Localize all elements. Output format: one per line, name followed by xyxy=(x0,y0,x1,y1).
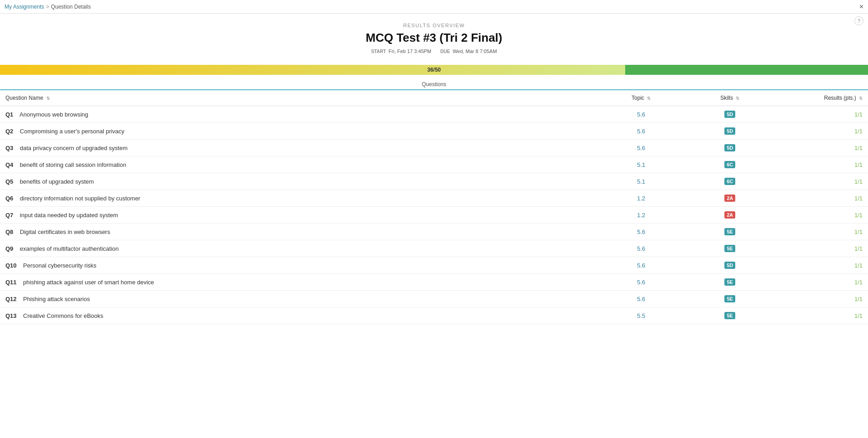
results-overview-label: RESULTS OVERVIEW xyxy=(0,23,868,28)
question-number: Q9 xyxy=(5,245,13,252)
question-topic: 5.6 xyxy=(592,257,690,274)
progress-score-label: 36/50 xyxy=(427,67,441,73)
question-topic: 5.6 xyxy=(592,224,690,240)
table-row[interactable]: Q7 input data needed by updated system 1… xyxy=(0,207,868,224)
col-header-skills[interactable]: Skills ⇅ xyxy=(690,90,769,106)
questions-section-header: Questions xyxy=(0,78,868,90)
skill-badge: 5E xyxy=(724,245,735,252)
table-row[interactable]: Q1 Anonymous web browsing 5.6 5D 1/1 xyxy=(0,106,868,123)
question-result: 1/1 xyxy=(769,257,868,274)
question-skill: 2A xyxy=(690,207,769,224)
skill-badge: 2A xyxy=(724,195,735,202)
question-number: Q12 xyxy=(5,296,17,302)
top-bar: My Assignments > Question Details × xyxy=(0,0,868,14)
table-row[interactable]: Q10 Personal cybersecurity risks 5.6 5D … xyxy=(0,257,868,274)
question-number: Q7 xyxy=(5,212,13,219)
question-result: 1/1 xyxy=(769,207,868,224)
question-skill: 2A xyxy=(690,190,769,207)
col-header-question-name[interactable]: Question Name ⇅ xyxy=(0,90,592,106)
question-name: phishing attack against user of smart ho… xyxy=(23,279,154,286)
table-row[interactable]: Q8 Digital certificates in web browsers … xyxy=(0,224,868,240)
question-skill: 5D xyxy=(690,257,769,274)
question-number: Q11 xyxy=(5,279,17,286)
table-row[interactable]: Q6 directory information not supplied by… xyxy=(0,190,868,207)
skill-badge: 2A xyxy=(724,211,735,219)
question-result: 1/1 xyxy=(769,173,868,190)
table-header-row: Question Name ⇅ Topic ⇅ Skills ⇅ Results… xyxy=(0,90,868,106)
sort-skills-icon: ⇅ xyxy=(736,96,739,101)
help-button[interactable]: ? xyxy=(854,16,863,25)
table-row[interactable]: Q11 phishing attack against user of smar… xyxy=(0,274,868,291)
question-result: 1/1 xyxy=(769,307,868,324)
question-skill: 5E xyxy=(690,240,769,257)
question-name: input data needed by updated system xyxy=(20,212,118,219)
question-result: 1/1 xyxy=(769,190,868,207)
skill-badge: 5D xyxy=(724,144,735,151)
skill-badge: 5E xyxy=(724,278,735,286)
col-header-topic[interactable]: Topic ⇅ xyxy=(592,90,690,106)
question-name: Creative Commons for eBooks xyxy=(23,312,103,319)
skill-badge: 5D xyxy=(724,127,735,135)
question-name: benefits of upgraded system xyxy=(20,178,94,185)
question-result: 1/1 xyxy=(769,291,868,307)
question-skill: 5D xyxy=(690,123,769,140)
question-skill: 5E xyxy=(690,274,769,291)
question-result: 1/1 xyxy=(769,156,868,173)
question-number: Q4 xyxy=(5,161,13,168)
question-name: benefit of storing call session informat… xyxy=(20,161,126,168)
table-row[interactable]: Q2 Compromising a user's personal privac… xyxy=(0,123,868,140)
question-number: Q3 xyxy=(5,145,13,151)
table-row[interactable]: Q9 examples of multifactor authenticatio… xyxy=(0,240,868,257)
question-name: Anonymous web browsing xyxy=(19,111,88,118)
table-row[interactable]: Q12 Phishing attack scenarios 5.6 5E 1/1 xyxy=(0,291,868,307)
question-skill: 5D xyxy=(690,106,769,123)
question-result: 1/1 xyxy=(769,224,868,240)
progress-right-segment xyxy=(625,65,868,75)
question-skill: 6C xyxy=(690,156,769,173)
table-row[interactable]: Q5 benefits of upgraded system 5.1 6C 1/… xyxy=(0,173,868,190)
question-topic: 5.1 xyxy=(592,156,690,173)
question-result: 1/1 xyxy=(769,106,868,123)
question-name: examples of multifactor authentication xyxy=(20,245,119,252)
question-name: directory information not supplied by cu… xyxy=(20,195,140,202)
questions-table: Question Name ⇅ Topic ⇅ Skills ⇅ Results… xyxy=(0,90,868,324)
question-result: 1/1 xyxy=(769,140,868,156)
question-number: Q1 xyxy=(5,111,13,118)
table-row[interactable]: Q3 data privacy concern of upgraded syst… xyxy=(0,140,868,156)
question-name: Compromising a user's personal privacy xyxy=(20,128,125,135)
close-button[interactable]: × xyxy=(859,3,863,10)
question-skill: 5E xyxy=(690,224,769,240)
question-name: Phishing attack scenarios xyxy=(23,296,90,302)
question-topic: 5.1 xyxy=(592,173,690,190)
question-skill: 5D xyxy=(690,140,769,156)
question-topic: 5.5 xyxy=(592,307,690,324)
question-name: Personal cybersecurity risks xyxy=(23,262,96,269)
table-row[interactable]: Q4 benefit of storing call session infor… xyxy=(0,156,868,173)
progress-bar: 36/50 xyxy=(0,65,868,75)
question-skill: 6C xyxy=(690,173,769,190)
question-number: Q10 xyxy=(5,262,17,269)
question-skill: 5E xyxy=(690,307,769,324)
sort-question-name-icon: ⇅ xyxy=(46,96,50,101)
question-skill: 5E xyxy=(690,291,769,307)
question-number: Q8 xyxy=(5,229,13,235)
skill-badge: 6C xyxy=(724,178,735,185)
results-header: RESULTS OVERVIEW MCQ Test #3 (Tri 2 Fina… xyxy=(0,14,868,58)
progress-left-segment xyxy=(0,65,625,75)
question-topic: 5.6 xyxy=(592,123,690,140)
skill-badge: 5E xyxy=(724,228,735,235)
due-label: DUE xyxy=(440,49,450,54)
sort-results-icon: ⇅ xyxy=(859,96,863,101)
question-topic: 5.6 xyxy=(592,106,690,123)
question-name: Digital certificates in web browsers xyxy=(20,229,110,235)
table-row[interactable]: Q13 Creative Commons for eBooks 5.5 5E 1… xyxy=(0,307,868,324)
col-header-results[interactable]: Results (pts.) ⇅ xyxy=(769,90,868,106)
breadcrumb-assignments-link[interactable]: My Assignments xyxy=(5,4,44,10)
question-topic: 5.6 xyxy=(592,240,690,257)
question-topic: 5.6 xyxy=(592,291,690,307)
breadcrumb: My Assignments > Question Details xyxy=(5,4,91,10)
question-number: Q13 xyxy=(5,312,17,319)
question-result: 1/1 xyxy=(769,240,868,257)
start-label: START xyxy=(371,49,386,54)
breadcrumb-separator: > xyxy=(46,4,49,10)
